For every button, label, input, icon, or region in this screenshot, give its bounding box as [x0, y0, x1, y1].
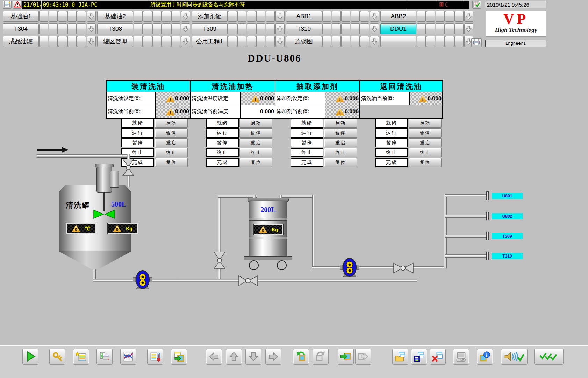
- action-button[interactable]: 暂停: [409, 128, 442, 138]
- nav-sub-button[interactable]: [171, 36, 180, 47]
- print-log-button[interactable]: [96, 349, 113, 365]
- new-alarm-list-button[interactable]: [73, 349, 89, 365]
- nav-sub-button[interactable]: [266, 11, 275, 22]
- nav-sub-button[interactable]: [171, 11, 180, 22]
- nav-sub-button[interactable]: [49, 11, 58, 22]
- nav-sub-button[interactable]: [256, 23, 265, 34]
- nav-sub-button[interactable]: [58, 36, 67, 47]
- nav-dropdown-button[interactable]: [87, 11, 96, 22]
- close-windows-button[interactable]: [430, 349, 446, 365]
- nav-sub-button[interactable]: [426, 23, 435, 34]
- action-button[interactable]: 重启: [155, 138, 188, 147]
- nav-sub-button[interactable]: [322, 36, 331, 47]
- nav-dropdown-button[interactable]: [464, 11, 473, 22]
- action-button[interactable]: 启动: [239, 119, 272, 128]
- nav-sub-button[interactable]: [266, 23, 275, 34]
- nav-screen-button[interactable]: T304: [3, 23, 39, 34]
- nav-sub-button[interactable]: [426, 11, 435, 22]
- action-button[interactable]: 复位: [409, 158, 442, 167]
- nav-right-button[interactable]: [265, 349, 281, 365]
- nav-sub-button[interactable]: [67, 23, 77, 34]
- nav-dropdown-button[interactable]: [181, 36, 190, 47]
- nav-screen-button[interactable]: T310: [286, 23, 322, 34]
- nav-dropdown-button[interactable]: [275, 23, 285, 34]
- nav-sub-button[interactable]: [256, 36, 265, 47]
- action-button[interactable]: 终止: [324, 148, 357, 157]
- trend-chart-button[interactable]: [120, 349, 136, 365]
- nav-down-button[interactable]: [245, 349, 261, 365]
- drum-weight-display[interactable]: 0 Kg: [254, 224, 283, 235]
- nav-sub-button[interactable]: [143, 36, 152, 47]
- nav-sub-button[interactable]: [266, 36, 275, 47]
- nav-sub-button[interactable]: [360, 23, 369, 34]
- nav-sub-button[interactable]: [445, 11, 454, 22]
- nav-sub-button[interactable]: [134, 36, 143, 47]
- runtime-play-button[interactable]: [22, 349, 38, 365]
- nav-sub-button[interactable]: [134, 11, 143, 22]
- nav-sub-button[interactable]: [332, 36, 341, 47]
- nav-sub-button[interactable]: [162, 36, 171, 47]
- nav-sub-button[interactable]: [171, 23, 180, 34]
- nav-sub-button[interactable]: [360, 36, 369, 47]
- nav-sub-button[interactable]: [360, 11, 369, 22]
- nav-sub-button[interactable]: [67, 36, 77, 47]
- nav-screen-button[interactable]: 基础油2: [97, 11, 133, 22]
- action-button[interactable]: 复位: [155, 158, 188, 167]
- nav-sub-button[interactable]: [436, 23, 445, 34]
- nav-sub-button[interactable]: [351, 23, 360, 34]
- nav-sub-button[interactable]: [228, 11, 237, 22]
- nav-sub-button[interactable]: [436, 11, 445, 22]
- nav-screen-button[interactable]: [380, 36, 416, 47]
- alarm-warning-button[interactable]: [13, 1, 22, 9]
- screen-back-button[interactable]: [293, 349, 309, 365]
- nav-sub-button[interactable]: [39, 23, 48, 34]
- bottom-line-valve[interactable]: [238, 275, 258, 288]
- nav-sub-button[interactable]: [322, 11, 331, 22]
- nav-screen-button[interactable]: ABB1: [286, 11, 322, 22]
- nav-sub-button[interactable]: [39, 36, 48, 47]
- nav-sub-button[interactable]: [237, 36, 246, 47]
- nav-sub-button[interactable]: [417, 36, 426, 47]
- nav-sub-button[interactable]: [454, 23, 464, 34]
- action-button[interactable]: 暂停: [324, 128, 357, 138]
- nav-sub-button[interactable]: [162, 23, 171, 34]
- action-button[interactable]: 终止: [155, 148, 188, 157]
- nav-sub-button[interactable]: [322, 23, 331, 34]
- nav-sub-button[interactable]: [351, 11, 360, 22]
- nav-sub-button[interactable]: [454, 11, 464, 22]
- action-button[interactable]: 重启: [409, 138, 442, 147]
- nav-sub-button[interactable]: [77, 36, 86, 47]
- nav-sub-button[interactable]: [256, 11, 265, 22]
- nav-sub-button[interactable]: [436, 36, 445, 47]
- monitor-view-button[interactable]: [453, 349, 469, 365]
- nav-dropdown-button[interactable]: [370, 23, 379, 34]
- action-button[interactable]: 重启: [324, 138, 357, 147]
- nav-screen-button[interactable]: 添加剂罐: [192, 11, 228, 22]
- nav-sub-button[interactable]: [143, 23, 152, 34]
- nav-sub-button[interactable]: [332, 11, 341, 22]
- nav-sub-button[interactable]: [134, 23, 143, 34]
- nav-screen-button[interactable]: 基础油1: [3, 11, 39, 22]
- nav-dropdown-button[interactable]: [181, 23, 190, 34]
- nav-screen-button[interactable]: 公用工程1: [192, 36, 228, 47]
- nav-sub-button[interactable]: [445, 23, 454, 34]
- nav-screen-button[interactable]: T308: [97, 23, 133, 34]
- nav-sub-button[interactable]: [152, 36, 162, 47]
- nav-sub-button[interactable]: [417, 11, 426, 22]
- screen-forward-button[interactable]: [313, 349, 329, 365]
- value-table-button[interactable]: [147, 349, 163, 365]
- nav-sub-button[interactable]: [162, 11, 171, 22]
- action-button[interactable]: 暂停: [155, 128, 188, 138]
- transfer-pump-1[interactable]: [133, 270, 152, 291]
- action-button[interactable]: 终止: [239, 148, 272, 157]
- nav-dropdown-button[interactable]: [464, 23, 473, 34]
- screen-select-button[interactable]: [171, 349, 187, 365]
- inlet-valve[interactable]: [121, 158, 135, 178]
- nav-sub-button[interactable]: [332, 23, 341, 34]
- nav-screen-button[interactable]: ABB2: [380, 11, 416, 22]
- nav-sub-button[interactable]: [341, 11, 350, 22]
- nav-sub-button[interactable]: [39, 11, 48, 22]
- action-button[interactable]: 启动: [324, 119, 357, 128]
- transfer-pump-2[interactable]: [340, 257, 359, 279]
- nav-sub-button[interactable]: [351, 36, 360, 47]
